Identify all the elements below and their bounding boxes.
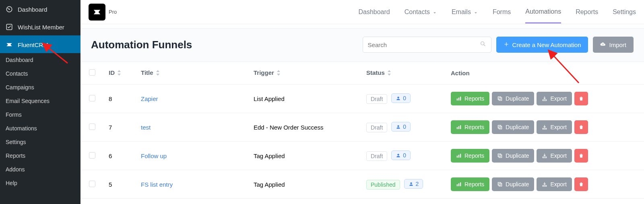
reports-button[interactable]: Reports xyxy=(451,177,489,191)
svg-rect-9 xyxy=(460,97,461,100)
svg-rect-19 xyxy=(457,156,458,158)
wishlist-icon xyxy=(5,23,14,31)
row-trigger: Tag Applied xyxy=(249,142,361,170)
reports-button[interactable]: Reports xyxy=(451,92,489,105)
sidebar-sub-forms[interactable]: Forms xyxy=(0,108,80,122)
button-label: Import xyxy=(609,41,626,48)
row-status: Draft0 xyxy=(361,113,446,142)
row-title-link[interactable]: Follow up xyxy=(141,152,167,159)
nav-automations[interactable]: Automations xyxy=(525,1,561,23)
nav-forms[interactable]: Forms xyxy=(493,1,511,23)
nav-label: Automations xyxy=(525,8,561,15)
search-box[interactable] xyxy=(363,37,491,53)
sidebar-item-fluentcrm[interactable]: FluentCRM xyxy=(0,35,80,53)
sidebar-sub-automations[interactable]: Automations xyxy=(0,122,80,135)
delete-button[interactable] xyxy=(574,177,588,191)
status-badge: Draft xyxy=(366,123,387,132)
duplicate-button[interactable]: Duplicate xyxy=(492,177,534,191)
table-row: 5FS list entryTag AppliedPublished2Repor… xyxy=(80,170,644,199)
chevron-down-icon xyxy=(473,10,478,14)
reports-button[interactable]: Reports xyxy=(451,120,489,134)
row-title-link[interactable]: Zapier xyxy=(141,95,158,102)
sidebar-label: Dashboard xyxy=(18,6,47,13)
sidebar-label: WishList Member xyxy=(18,24,64,31)
delete-button[interactable] xyxy=(574,92,588,105)
sidebar-sub-help[interactable]: Help xyxy=(0,176,80,190)
sidebar-item-wishlist[interactable]: WishList Member xyxy=(0,18,80,35)
row-title-link[interactable]: test xyxy=(141,124,151,131)
sort-icon xyxy=(156,70,160,77)
subscriber-count[interactable]: 2 xyxy=(404,179,423,189)
svg-rect-16 xyxy=(498,125,501,128)
col-status[interactable]: Status xyxy=(361,62,446,84)
sidebar-sub-reports[interactable]: Reports xyxy=(0,149,80,163)
sidebar-sub-dashboard[interactable]: Dashboard xyxy=(0,53,80,67)
table-row: 7testEdd - New Order SuccessDraft0Report… xyxy=(80,113,644,142)
status-badge: Published xyxy=(366,180,400,190)
sidebar-sub-settings[interactable]: Settings xyxy=(0,135,80,149)
col-title[interactable]: Title xyxy=(136,62,249,84)
brand-pro-label: Pro xyxy=(109,9,117,15)
nav-label: Dashboard xyxy=(358,8,390,16)
button-label: Create a New Automation xyxy=(512,41,581,48)
col-checkbox xyxy=(80,62,104,84)
brand-logo[interactable] xyxy=(89,4,105,21)
svg-rect-11 xyxy=(499,98,502,101)
checkbox-all[interactable] xyxy=(89,69,95,76)
import-button[interactable]: Import xyxy=(593,37,634,53)
svg-rect-27 xyxy=(460,182,461,186)
row-checkbox[interactable] xyxy=(89,152,95,159)
page-header: Automation Funnels Create a New Automati… xyxy=(80,28,644,62)
sidebar-sub-email-sequences[interactable]: Email Sequences xyxy=(0,94,80,108)
nav-contacts[interactable]: Contacts xyxy=(405,1,437,23)
sidebar-sub-addons[interactable]: Addons xyxy=(0,163,80,176)
svg-rect-17 xyxy=(499,126,502,129)
subscriber-count[interactable]: 0 xyxy=(391,150,411,160)
sort-icon xyxy=(387,70,391,77)
reports-button[interactable]: Reports xyxy=(451,149,489,163)
export-button[interactable]: Export xyxy=(537,149,572,163)
duplicate-button[interactable]: Duplicate xyxy=(492,149,534,163)
nav-label: Settings xyxy=(613,8,636,16)
row-checkbox[interactable] xyxy=(89,181,95,187)
duplicate-button[interactable]: Duplicate xyxy=(492,92,534,105)
header-actions: Create a New Automation Import xyxy=(363,37,634,53)
col-trigger[interactable]: Trigger xyxy=(249,62,361,84)
funnels-table: ID Title Trigger Status Action 8ZapierLi… xyxy=(80,62,644,199)
delete-button[interactable] xyxy=(574,149,588,163)
row-checkbox[interactable] xyxy=(89,95,95,101)
row-title-link[interactable]: FS list entry xyxy=(141,181,173,188)
svg-rect-7 xyxy=(457,99,458,101)
svg-point-4 xyxy=(481,42,484,45)
svg-line-5 xyxy=(484,45,485,46)
chevron-down-icon xyxy=(432,10,437,14)
nav-dashboard[interactable]: Dashboard xyxy=(358,1,390,23)
nav-label: Reports xyxy=(576,8,598,16)
svg-point-18 xyxy=(398,154,399,155)
nav-reports[interactable]: Reports xyxy=(576,1,598,23)
col-label: ID xyxy=(109,69,115,76)
duplicate-button[interactable]: Duplicate xyxy=(492,120,534,134)
svg-rect-22 xyxy=(498,154,501,157)
subscriber-count[interactable]: 0 xyxy=(391,122,411,132)
export-button[interactable]: Export xyxy=(537,92,572,105)
export-button[interactable]: Export xyxy=(537,120,572,134)
nav-settings[interactable]: Settings xyxy=(613,1,636,23)
table-row: 8ZapierList AppliedDraft0ReportsDuplicat… xyxy=(80,84,644,113)
subscriber-count[interactable]: 0 xyxy=(391,93,411,103)
col-id[interactable]: ID xyxy=(104,62,136,84)
status-badge: Draft xyxy=(366,94,387,104)
search-input[interactable] xyxy=(368,41,480,48)
nav-emails[interactable]: Emails xyxy=(452,1,478,23)
sidebar-sub-contacts[interactable]: Contacts xyxy=(0,67,80,80)
svg-rect-29 xyxy=(499,183,502,186)
sidebar-item-dashboard[interactable]: Dashboard xyxy=(0,0,80,18)
delete-button[interactable] xyxy=(574,120,588,134)
fluentcrm-icon xyxy=(5,40,14,49)
sidebar-sub-campaigns[interactable]: Campaigns xyxy=(0,80,80,94)
svg-rect-23 xyxy=(499,155,502,158)
export-button[interactable]: Export xyxy=(537,177,572,191)
row-checkbox[interactable] xyxy=(89,124,95,130)
create-automation-button[interactable]: Create a New Automation xyxy=(496,37,588,53)
nav-label: Contacts xyxy=(405,8,430,16)
